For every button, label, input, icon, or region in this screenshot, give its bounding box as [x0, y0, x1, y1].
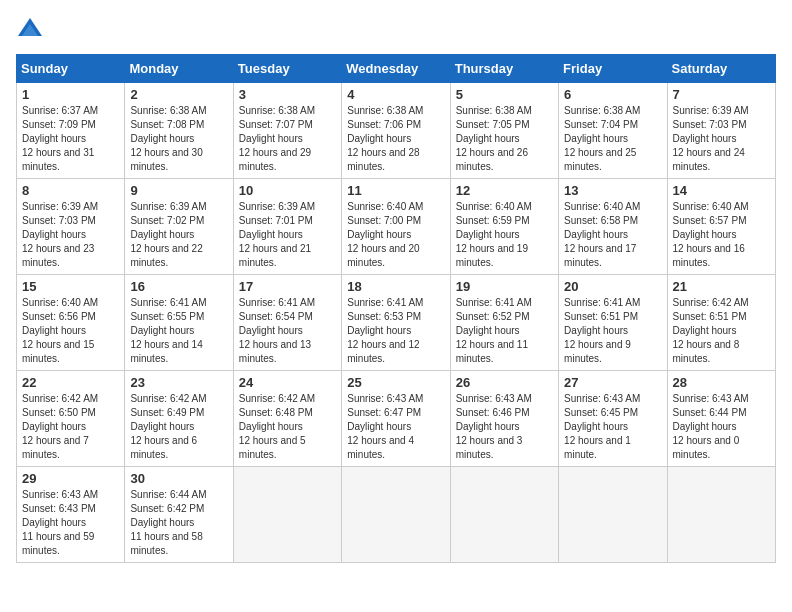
day-info: Sunrise: 6:43 AM Sunset: 6:44 PM Dayligh…: [673, 392, 770, 462]
sunset-label: Sunset: 6:55 PM: [130, 311, 204, 322]
day-info: Sunrise: 6:42 AM Sunset: 6:49 PM Dayligh…: [130, 392, 227, 462]
sunset-label: Sunset: 6:49 PM: [130, 407, 204, 418]
day-number: 14: [673, 183, 770, 198]
day-number: 24: [239, 375, 336, 390]
day-info: Sunrise: 6:41 AM Sunset: 6:55 PM Dayligh…: [130, 296, 227, 366]
daylight-label: Daylight hours: [673, 421, 737, 432]
day-info: Sunrise: 6:38 AM Sunset: 7:07 PM Dayligh…: [239, 104, 336, 174]
day-info: Sunrise: 6:38 AM Sunset: 7:06 PM Dayligh…: [347, 104, 444, 174]
calendar-day-header: Saturday: [667, 55, 775, 83]
sunset-label: Sunset: 7:07 PM: [239, 119, 313, 130]
sunrise-label: Sunrise: 6:44 AM: [130, 489, 206, 500]
calendar-cell: [450, 467, 558, 563]
sunset-label: Sunset: 7:09 PM: [22, 119, 96, 130]
day-number: 2: [130, 87, 227, 102]
sunrise-label: Sunrise: 6:43 AM: [22, 489, 98, 500]
sunrise-label: Sunrise: 6:43 AM: [673, 393, 749, 404]
day-info: Sunrise: 6:39 AM Sunset: 7:01 PM Dayligh…: [239, 200, 336, 270]
day-info: Sunrise: 6:41 AM Sunset: 6:54 PM Dayligh…: [239, 296, 336, 366]
sunrise-label: Sunrise: 6:38 AM: [239, 105, 315, 116]
daylight-label: Daylight hours: [130, 517, 194, 528]
sunrise-label: Sunrise: 6:40 AM: [456, 201, 532, 212]
daylight-value: 12 hours and 13 minutes.: [239, 339, 311, 364]
sunset-label: Sunset: 6:53 PM: [347, 311, 421, 322]
daylight-value: 12 hours and 11 minutes.: [456, 339, 528, 364]
daylight-value: 12 hours and 8 minutes.: [673, 339, 740, 364]
sunrise-label: Sunrise: 6:41 AM: [347, 297, 423, 308]
day-number: 5: [456, 87, 553, 102]
calendar-cell: 1 Sunrise: 6:37 AM Sunset: 7:09 PM Dayli…: [17, 83, 125, 179]
day-number: 29: [22, 471, 119, 486]
day-info: Sunrise: 6:41 AM Sunset: 6:52 PM Dayligh…: [456, 296, 553, 366]
daylight-value: 12 hours and 3 minutes.: [456, 435, 523, 460]
calendar-row: 22 Sunrise: 6:42 AM Sunset: 6:50 PM Dayl…: [17, 371, 776, 467]
sunset-label: Sunset: 6:51 PM: [673, 311, 747, 322]
calendar-body: 1 Sunrise: 6:37 AM Sunset: 7:09 PM Dayli…: [17, 83, 776, 563]
sunrise-label: Sunrise: 6:42 AM: [22, 393, 98, 404]
daylight-value: 12 hours and 20 minutes.: [347, 243, 419, 268]
day-info: Sunrise: 6:40 AM Sunset: 6:59 PM Dayligh…: [456, 200, 553, 270]
daylight-label: Daylight hours: [673, 133, 737, 144]
daylight-label: Daylight hours: [347, 421, 411, 432]
calendar-row: 29 Sunrise: 6:43 AM Sunset: 6:43 PM Dayl…: [17, 467, 776, 563]
daylight-label: Daylight hours: [564, 325, 628, 336]
calendar-row: 15 Sunrise: 6:40 AM Sunset: 6:56 PM Dayl…: [17, 275, 776, 371]
sunrise-label: Sunrise: 6:42 AM: [673, 297, 749, 308]
day-number: 11: [347, 183, 444, 198]
calendar-day-header: Thursday: [450, 55, 558, 83]
sunset-label: Sunset: 6:48 PM: [239, 407, 313, 418]
daylight-value: 12 hours and 31 minutes.: [22, 147, 94, 172]
day-number: 22: [22, 375, 119, 390]
day-number: 20: [564, 279, 661, 294]
sunset-label: Sunset: 6:59 PM: [456, 215, 530, 226]
calendar-row: 1 Sunrise: 6:37 AM Sunset: 7:09 PM Dayli…: [17, 83, 776, 179]
day-info: Sunrise: 6:40 AM Sunset: 6:58 PM Dayligh…: [564, 200, 661, 270]
sunrise-label: Sunrise: 6:38 AM: [130, 105, 206, 116]
day-number: 12: [456, 183, 553, 198]
day-info: Sunrise: 6:39 AM Sunset: 7:03 PM Dayligh…: [673, 104, 770, 174]
daylight-label: Daylight hours: [22, 517, 86, 528]
daylight-label: Daylight hours: [130, 325, 194, 336]
daylight-label: Daylight hours: [347, 325, 411, 336]
day-info: Sunrise: 6:41 AM Sunset: 6:53 PM Dayligh…: [347, 296, 444, 366]
calendar-cell: 17 Sunrise: 6:41 AM Sunset: 6:54 PM Dayl…: [233, 275, 341, 371]
day-number: 18: [347, 279, 444, 294]
daylight-label: Daylight hours: [239, 421, 303, 432]
day-number: 26: [456, 375, 553, 390]
calendar-cell: 21 Sunrise: 6:42 AM Sunset: 6:51 PM Dayl…: [667, 275, 775, 371]
day-number: 23: [130, 375, 227, 390]
daylight-label: Daylight hours: [564, 133, 628, 144]
day-info: Sunrise: 6:43 AM Sunset: 6:47 PM Dayligh…: [347, 392, 444, 462]
calendar-cell: 27 Sunrise: 6:43 AM Sunset: 6:45 PM Dayl…: [559, 371, 667, 467]
day-info: Sunrise: 6:40 AM Sunset: 7:00 PM Dayligh…: [347, 200, 444, 270]
sunrise-label: Sunrise: 6:43 AM: [564, 393, 640, 404]
sunrise-label: Sunrise: 6:41 AM: [564, 297, 640, 308]
calendar-cell: 7 Sunrise: 6:39 AM Sunset: 7:03 PM Dayli…: [667, 83, 775, 179]
daylight-value: 12 hours and 5 minutes.: [239, 435, 306, 460]
sunset-label: Sunset: 7:00 PM: [347, 215, 421, 226]
header: [16, 16, 776, 44]
daylight-label: Daylight hours: [130, 133, 194, 144]
day-number: 15: [22, 279, 119, 294]
sunrise-label: Sunrise: 6:42 AM: [130, 393, 206, 404]
day-number: 13: [564, 183, 661, 198]
daylight-value: 11 hours and 59 minutes.: [22, 531, 94, 556]
daylight-value: 12 hours and 25 minutes.: [564, 147, 636, 172]
calendar-day-header: Wednesday: [342, 55, 450, 83]
calendar-cell: 18 Sunrise: 6:41 AM Sunset: 6:53 PM Dayl…: [342, 275, 450, 371]
sunset-label: Sunset: 7:03 PM: [22, 215, 96, 226]
daylight-value: 12 hours and 30 minutes.: [130, 147, 202, 172]
sunset-label: Sunset: 6:43 PM: [22, 503, 96, 514]
sunset-label: Sunset: 7:02 PM: [130, 215, 204, 226]
daylight-label: Daylight hours: [456, 325, 520, 336]
calendar-day-header: Sunday: [17, 55, 125, 83]
calendar-table: SundayMondayTuesdayWednesdayThursdayFrid…: [16, 54, 776, 563]
day-number: 10: [239, 183, 336, 198]
calendar-cell: 15 Sunrise: 6:40 AM Sunset: 6:56 PM Dayl…: [17, 275, 125, 371]
sunrise-label: Sunrise: 6:40 AM: [564, 201, 640, 212]
sunset-label: Sunset: 6:46 PM: [456, 407, 530, 418]
sunset-label: Sunset: 6:54 PM: [239, 311, 313, 322]
daylight-value: 12 hours and 4 minutes.: [347, 435, 414, 460]
calendar-cell: 2 Sunrise: 6:38 AM Sunset: 7:08 PM Dayli…: [125, 83, 233, 179]
sunrise-label: Sunrise: 6:40 AM: [22, 297, 98, 308]
